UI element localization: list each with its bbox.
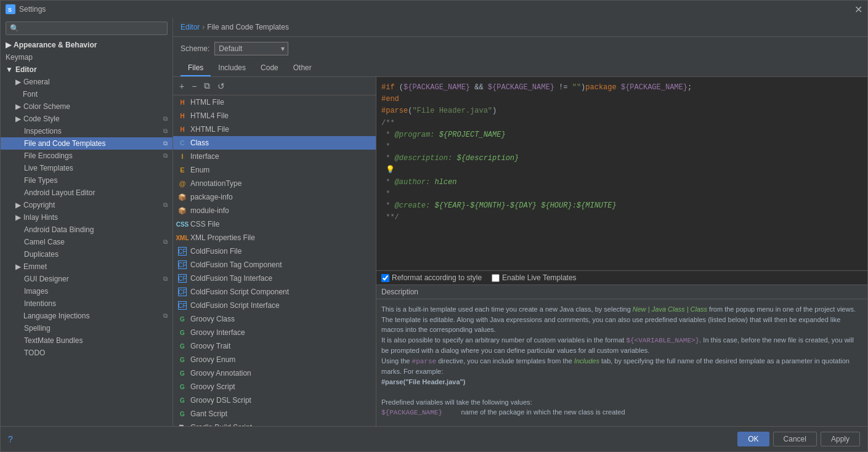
template-item-html4-file[interactable]: H HTML4 File xyxy=(173,109,376,123)
reformat-checkbox[interactable] xyxy=(381,274,389,282)
sidebar-item-spelling[interactable]: Spelling xyxy=(9,322,172,334)
cancel-button[interactable]: Cancel xyxy=(773,432,817,446)
sidebar-item-gui-designer[interactable]: GUI Designer ⧉ xyxy=(9,273,172,285)
sidebar-item-inlay-hints[interactable]: ▶ Inlay Hints xyxy=(1,211,172,224)
template-item-cf-tag-component[interactable]: CF ColdFusion Tag Component xyxy=(173,258,376,272)
search-box xyxy=(1,18,172,39)
sidebar-item-file-code-templates[interactable]: File and Code Templates ⧉ xyxy=(1,137,172,150)
sidebar-item-color-scheme[interactable]: ▶ Color Scheme xyxy=(1,100,172,113)
sidebar-item-emmet[interactable]: ▶ Emmet xyxy=(1,260,172,273)
breadcrumb: Editor › File and Code Templates xyxy=(173,18,867,37)
template-item-module-info[interactable]: 📦 module-info xyxy=(173,204,376,217)
template-item-label: Groovy DSL Script xyxy=(190,396,251,405)
template-item-groovy-class[interactable]: G Groovy Class xyxy=(173,312,376,326)
template-item-cf-file[interactable]: CF ColdFusion File xyxy=(173,244,376,258)
template-item-cf-tag-interface[interactable]: CF ColdFusion Tag Interface xyxy=(173,272,376,285)
template-item-label: XHTML File xyxy=(190,125,229,134)
add-template-button[interactable]: + xyxy=(177,80,187,92)
template-item-enum[interactable]: E Enum xyxy=(173,163,376,177)
sidebar-item-live-templates[interactable]: Live Templates xyxy=(9,162,172,174)
template-item-gradle-build[interactable]: 🐘 Gradle Build Script xyxy=(173,421,376,426)
template-item-interface[interactable]: I Interface xyxy=(173,150,376,163)
live-templates-label: Enable Live Templates xyxy=(502,273,577,282)
sidebar-item-todo[interactable]: TODO xyxy=(9,347,172,359)
template-item-cf-script-interface[interactable]: CF ColdFusion Script Interface xyxy=(173,299,376,312)
code-footer: Reformat according to style Enable Live … xyxy=(376,270,867,285)
sidebar-item-keymap[interactable]: Keymap xyxy=(1,51,172,63)
sidebar-item-label: Inspections xyxy=(24,127,161,135)
live-templates-checkbox[interactable] xyxy=(492,274,500,282)
cf-icon: CF xyxy=(178,260,187,269)
sidebar-item-file-types[interactable]: File Types xyxy=(9,174,172,187)
template-item-xml-properties[interactable]: XML XML Properties File xyxy=(173,231,376,244)
sidebar-item-copyright[interactable]: ▶ Copyright ⧉ xyxy=(1,199,172,211)
tab-other[interactable]: Other xyxy=(286,60,319,76)
description-panel: Description This is a built-in template … xyxy=(376,285,867,426)
help-button[interactable]: ? xyxy=(8,432,13,446)
breadcrumb-editor-link[interactable]: Editor xyxy=(180,23,200,31)
sidebar-item-images[interactable]: Images xyxy=(9,285,172,297)
sidebar-item-intentions[interactable]: Intentions xyxy=(9,297,172,310)
template-item-groovy-annotation[interactable]: G Groovy Annotation xyxy=(173,366,376,380)
template-item-cf-script-component[interactable]: CF ColdFusion Script Component xyxy=(173,285,376,299)
main-panel: Editor › File and Code Templates Scheme:… xyxy=(173,18,867,426)
template-item-groovy-interface[interactable]: G Groovy Interface xyxy=(173,326,376,339)
ok-button[interactable]: OK xyxy=(737,432,769,446)
reformat-checkbox-wrap[interactable]: Reformat according to style xyxy=(381,273,482,282)
reformat-label: Reformat according to style xyxy=(392,273,482,282)
template-item-groovy-trait[interactable]: G Groovy Trait xyxy=(173,339,376,353)
groovy-icon: G xyxy=(178,396,187,405)
template-item-groovy-dsl[interactable]: G Groovy DSL Script xyxy=(173,393,376,407)
sidebar-item-appearance[interactable]: ▶ Appearance & Behavior xyxy=(1,39,172,51)
copy-icon: ⧉ xyxy=(163,312,168,320)
sidebar-item-camel-case[interactable]: Camel Case ⧉ xyxy=(9,236,172,248)
expand-arrow-icon: ▶ xyxy=(15,78,21,86)
template-item-xhtml-file[interactable]: H XHTML File xyxy=(173,123,376,136)
sidebar-item-editor[interactable]: ▼ Editor xyxy=(1,63,172,76)
sidebar-item-font[interactable]: Font xyxy=(1,88,172,100)
code-content[interactable]: #if (${PACKAGE_NAME} && ${PACKAGE_NAME} … xyxy=(376,77,867,270)
sidebar-item-inspections[interactable]: Inspections ⧉ xyxy=(1,125,172,137)
tab-includes[interactable]: Includes xyxy=(211,60,253,76)
sidebar-item-android-data[interactable]: Android Data Binding xyxy=(9,224,172,236)
template-item-groovy-script[interactable]: G Groovy Script xyxy=(173,380,376,393)
search-input[interactable] xyxy=(6,22,168,35)
sidebar-item-android-layout[interactable]: Android Layout Editor xyxy=(9,187,172,199)
tab-files[interactable]: Files xyxy=(180,60,211,76)
expand-arrow-icon: ▶ xyxy=(15,102,21,111)
svg-text:S: S xyxy=(8,7,12,13)
scheme-select[interactable]: Default Project xyxy=(214,42,288,55)
template-item-gant-script[interactable]: G Gant Script xyxy=(173,407,376,421)
template-item-label: Groovy Class xyxy=(190,315,235,323)
apply-button[interactable]: Apply xyxy=(821,432,860,446)
template-item-label: ColdFusion Script Component xyxy=(190,288,289,296)
template-item-label: Groovy Enum xyxy=(190,355,235,364)
template-item-package-info[interactable]: 📦 package-info xyxy=(173,190,376,204)
close-button[interactable]: ✕ xyxy=(854,4,862,15)
template-item-label: module-info xyxy=(190,206,229,215)
template-item-css-file[interactable]: CSS CSS File xyxy=(173,217,376,231)
interface-icon: I xyxy=(178,152,187,161)
sidebar-item-general[interactable]: ▶ General xyxy=(1,76,172,88)
copy-template-button[interactable]: ⧉ xyxy=(201,79,213,92)
template-item-class[interactable]: C Class xyxy=(173,136,376,150)
tab-code[interactable]: Code xyxy=(253,60,286,76)
template-item-annotation[interactable]: @ AnnotationType xyxy=(173,177,376,190)
reset-template-button[interactable]: ↺ xyxy=(215,80,227,92)
bottom-bar: ? OK Cancel Apply xyxy=(1,426,867,451)
groovy-icon: G xyxy=(178,410,187,418)
remove-template-button[interactable]: − xyxy=(189,80,199,92)
sidebar-item-textmate[interactable]: TextMate Bundles xyxy=(9,334,172,347)
template-item-html-file[interactable]: H HTML File xyxy=(173,95,376,109)
copy-icon: ⧉ xyxy=(163,115,168,123)
sidebar-item-language-injections[interactable]: ▶ Language Injections ⧉ xyxy=(1,310,172,322)
expand-arrow-icon: ▶ xyxy=(6,41,11,49)
sidebar-item-file-encodings[interactable]: File Encodings ⧉ xyxy=(1,150,172,162)
sidebar-item-label: Emmet xyxy=(23,262,47,271)
sidebar-item-label: Live Templates xyxy=(24,164,73,172)
sidebar-item-duplicates[interactable]: Duplicates xyxy=(9,248,172,260)
sidebar-item-code-style[interactable]: ▶ Code Style ⧉ xyxy=(1,113,172,125)
template-item-groovy-enum[interactable]: G Groovy Enum xyxy=(173,353,376,366)
template-item-label: ColdFusion Tag Interface xyxy=(190,274,272,283)
live-templates-checkbox-wrap[interactable]: Enable Live Templates xyxy=(492,273,577,282)
